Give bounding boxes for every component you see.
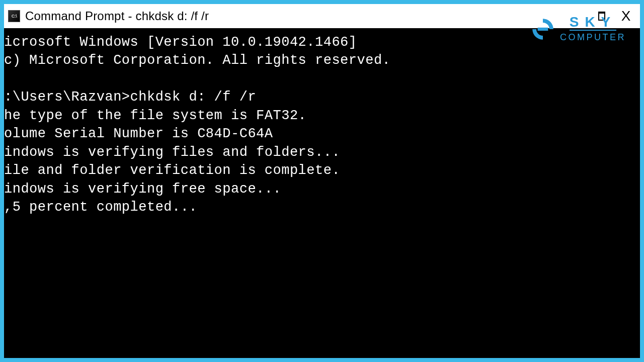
watermark-logo: SKY COMPUTER [530, 15, 626, 43]
cmd-icon: C:\ [8, 10, 20, 22]
logo-line1: SKY [570, 15, 617, 31]
logo-line2: COMPUTER [560, 32, 626, 43]
window-title: Command Prompt - chkdsk d: /f /r [25, 9, 590, 23]
svg-rect-0 [538, 27, 548, 30]
logo-mark-icon [530, 16, 556, 42]
logo-text: SKY COMPUTER [560, 15, 626, 43]
command-prompt-window: C:\ Command Prompt - chkdsk d: /f /r X i… [4, 4, 640, 358]
terminal-output[interactable]: icrosoft Windows [Version 10.0.19042.146… [4, 28, 640, 358]
